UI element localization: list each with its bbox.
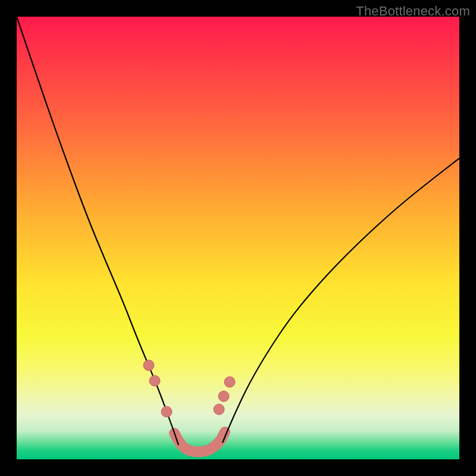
- curve-markers: [143, 360, 235, 417]
- curve-marker: [214, 404, 224, 415]
- chart-svg: [17, 17, 459, 459]
- curve-marker: [161, 406, 172, 417]
- right-curve: [223, 158, 459, 443]
- trough-highlight: [174, 432, 225, 452]
- watermark-text: TheBottleneck.com: [356, 4, 470, 19]
- curve-marker: [218, 391, 229, 402]
- curve-marker: [224, 377, 235, 387]
- curve-marker: [149, 375, 160, 386]
- curve-marker: [143, 360, 154, 371]
- plot-area: [17, 17, 459, 459]
